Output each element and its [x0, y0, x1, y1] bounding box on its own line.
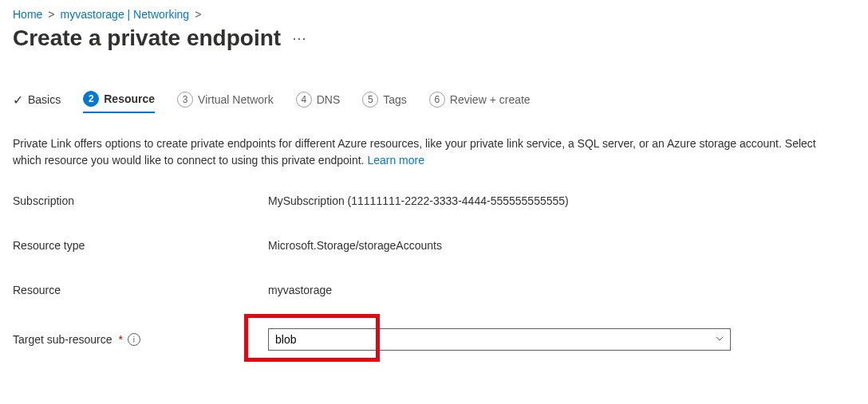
step-number-icon: 6 [429, 92, 445, 108]
wizard-tabs: ✓ Basics 2 Resource 3 Virtual Network 4 … [13, 91, 855, 113]
subscription-value: MySubscription (11111111-2222-3333-4444-… [268, 194, 569, 207]
tab-dns[interactable]: 4 DNS [296, 92, 341, 112]
resource-type-label: Resource type [13, 239, 268, 252]
checkmark-icon: ✓ [13, 92, 23, 108]
tab-dns-label: DNS [317, 93, 341, 106]
subscription-label: Subscription [13, 194, 268, 207]
required-indicator: * [119, 333, 123, 346]
resource-type-value: Microsoft.Storage/storageAccounts [268, 239, 442, 252]
tab-basics-label: Basics [28, 93, 61, 106]
tab-virtual-network-label: Virtual Network [198, 93, 274, 106]
tab-resource[interactable]: 2 Resource [83, 91, 155, 113]
resource-value: myvastorage [268, 284, 332, 296]
chevron-right-icon: > [195, 8, 201, 21]
step-number-icon: 4 [296, 92, 312, 108]
tab-review-create-label: Review + create [450, 93, 531, 106]
tab-resource-label: Resource [104, 92, 155, 105]
target-sub-resource-label: Target sub-resource * i [13, 333, 268, 346]
tab-basics[interactable]: ✓ Basics [13, 92, 61, 112]
learn-more-link[interactable]: Learn more [367, 154, 424, 167]
tab-virtual-network[interactable]: 3 Virtual Network [177, 92, 274, 112]
step-number-icon: 2 [83, 91, 99, 107]
breadcrumb-home-link[interactable]: Home [13, 8, 42, 21]
breadcrumb-storage-link[interactable]: myvastorage | Networking [61, 8, 190, 21]
target-sub-resource-select[interactable] [268, 328, 731, 351]
tab-tags-label: Tags [383, 93, 407, 106]
step-number-icon: 3 [177, 92, 193, 108]
page-title: Create a private endpoint [13, 25, 281, 51]
tab-review-create[interactable]: 6 Review + create [429, 92, 531, 112]
info-icon[interactable]: i [128, 333, 140, 346]
intro-description: Private Link offers options to create pr… [13, 135, 827, 169]
resource-label: Resource [13, 284, 268, 296]
chevron-right-icon: > [48, 8, 54, 21]
more-actions-button[interactable]: ⋯ [292, 29, 308, 47]
step-number-icon: 5 [362, 92, 378, 108]
tab-tags[interactable]: 5 Tags [362, 92, 407, 112]
breadcrumb: Home > myvastorage | Networking > [13, 8, 855, 21]
